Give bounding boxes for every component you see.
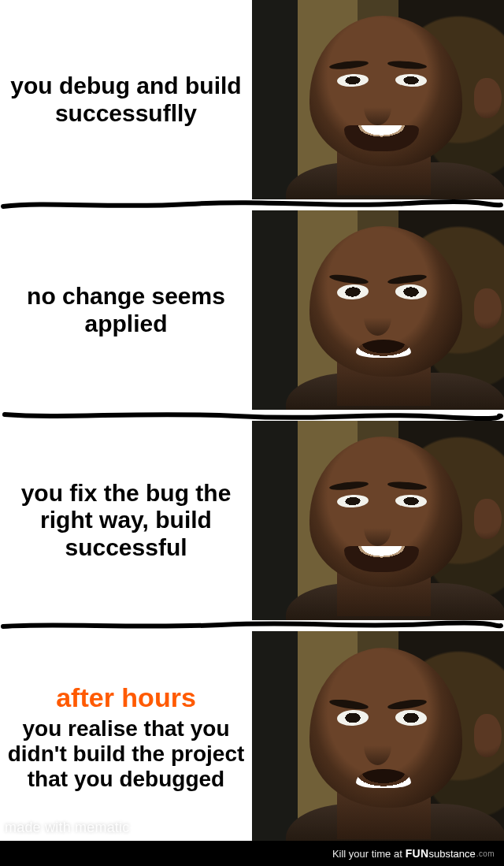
- hand-drawn-divider-3: [0, 620, 504, 631]
- panel-2-text: no change seems applied: [0, 210, 252, 410]
- site-footer-bar: Kill your time at FUNsubstance.com: [0, 841, 504, 866]
- panel-4-image: [252, 631, 504, 841]
- panel-3-caption: you fix the bug the right way, build suc…: [6, 480, 246, 562]
- hand-drawn-divider-1: [0, 199, 504, 210]
- panel-1-text: you debug and build successuflly: [0, 0, 252, 199]
- panel-3-image: [252, 421, 504, 620]
- meme-panel-4: after hours you realise that you didn't …: [0, 631, 504, 841]
- panel-1-caption: you debug and build successuflly: [6, 72, 246, 127]
- panel-2-image: [252, 210, 504, 410]
- meme-container: you debug and build successuflly no chan…: [0, 0, 504, 841]
- meme-panel-1: you debug and build successuflly: [0, 0, 504, 199]
- hand-drawn-divider-2: [0, 410, 504, 421]
- happy-face-icon: [298, 433, 495, 616]
- happy-face-icon: [298, 12, 495, 195]
- footer-brand-fun: FUN: [406, 847, 429, 860]
- panel-4-caption: you realise that you didn't build the pr…: [6, 716, 246, 793]
- panel-2-caption: no change seems applied: [6, 283, 246, 337]
- footer-brand-substance: substance: [428, 848, 475, 860]
- panel-4-accent: after hours: [56, 682, 196, 713]
- disappointed-face-icon: [298, 644, 495, 838]
- meme-panel-3: you fix the bug the right way, build suc…: [0, 421, 504, 620]
- footer-brand-com: .com: [476, 849, 495, 858]
- panel-3-text: you fix the bug the right way, build suc…: [0, 421, 252, 620]
- footer-lead-text: Kill your time at: [332, 848, 402, 860]
- panel-4-text: after hours you realise that you didn't …: [0, 631, 252, 841]
- panel-1-image: [252, 0, 504, 199]
- meme-panel-2: no change seems applied: [0, 210, 504, 410]
- disappointed-face-icon: [298, 222, 495, 406]
